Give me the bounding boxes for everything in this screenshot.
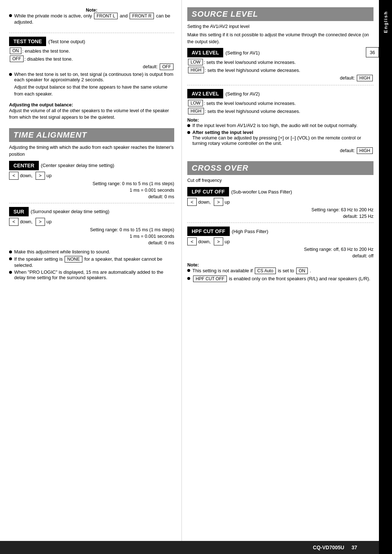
bullet-icon — [9, 73, 12, 76]
model-number: CQ-VD7005U — [313, 545, 344, 550]
cross-over-header: CROSS OVER — [187, 161, 373, 175]
cross-note-label: Note: — [187, 262, 199, 268]
cross-note1-text: This setting is not available if CS Auto… — [192, 268, 311, 274]
bullet-icon — [187, 269, 190, 272]
on-label: ON — [10, 48, 21, 54]
on-desc: : enables the test tone. — [22, 48, 70, 54]
hpf-up-label: up — [225, 239, 230, 244]
sur-row: SUR (Surround speaker delay time setting… — [9, 207, 174, 216]
hpf-label: HPF CUT OFF — [187, 227, 230, 236]
adj-balance-text: Adjust the volume of all of the other sp… — [9, 107, 174, 121]
ta-note2-text: If the speaker setting is NONE for a spe… — [14, 256, 174, 268]
source-note-label: Note: — [187, 118, 199, 123]
bullet-icon — [187, 277, 190, 280]
hpf-up-arrow[interactable]: > — [214, 237, 223, 245]
bullet-icon — [187, 124, 190, 127]
source-level-notes: Note: If the input level from AV1/AV2 is… — [187, 117, 373, 146]
time-alignment-section: TIME ALIGNMENT Adjusting the timing with… — [9, 128, 174, 282]
on-row: ON : enables the test tone. — [9, 48, 174, 54]
ta-note1: Make this adjustment while listening to … — [9, 249, 174, 254]
av2-low-row: LOW : sets the level low/sound volume in… — [187, 100, 373, 106]
on-box: ON — [296, 268, 308, 274]
sur-desc: (Surround speaker delay time setting) — [31, 209, 110, 214]
center-down-label: down, — [20, 173, 33, 178]
test-note2-indent: Adjust the output balance so that the to… — [14, 84, 174, 99]
hpf-desc: (High Pass Filter) — [232, 229, 268, 234]
front-l-box: FRONT L — [94, 13, 118, 19]
lpf-arrows: < down, > up — [187, 198, 373, 206]
sur-down-arrow[interactable]: < — [9, 218, 19, 226]
source-note2: After setting the input level The volume… — [187, 130, 373, 146]
center-down-arrow[interactable]: < — [9, 172, 19, 180]
hpf-down-label: down, — [198, 239, 211, 244]
center-up-label: up — [46, 173, 52, 178]
test-note1-text: When the test tone is set to on, test si… — [14, 72, 174, 82]
cross-over-notes: Note: This setting is not available if C… — [187, 262, 373, 282]
source-note1: If the input level from AV1/AV2 is too h… — [187, 123, 373, 128]
right-tab: English — [379, 0, 392, 554]
sur-up-arrow[interactable]: > — [36, 218, 45, 226]
center-step: 1 ms = 0.001 seconds — [9, 188, 174, 193]
hpf-default: default: off — [187, 253, 373, 258]
test-tone-default-value: OFF — [160, 64, 173, 70]
lpf-up-arrow[interactable]: > — [214, 198, 223, 206]
bullet-icon — [187, 131, 190, 134]
top-note-label: Note: — [86, 8, 98, 13]
av1-default-value: HIGH — [357, 75, 373, 81]
source-level-header: SOURCE LEVEL — [187, 7, 373, 21]
divider-lpf-hpf — [187, 223, 373, 223]
none-label-box: NONE — [65, 256, 82, 262]
front-r-box: FRONT R — [130, 13, 154, 19]
center-desc: (Center speaker delay time setting) — [41, 163, 114, 168]
av1-high-row: HIGH : sets the level high/sound volume … — [187, 67, 373, 73]
av1-high-label: HIGH — [188, 67, 204, 73]
hpf-down-arrow[interactable]: < — [187, 237, 197, 245]
av1-block: AV1 LEVEL (Setting for AV1) LOW : sets t… — [187, 48, 373, 81]
language-label: English — [383, 11, 388, 33]
main-content: Note: While the private mode is active, … — [0, 0, 379, 554]
sur-up-label: up — [46, 219, 52, 224]
page-number-right: 37 — [351, 545, 357, 550]
source-note2-bold: After setting the input level — [192, 130, 253, 135]
lpf-block: LPF CUT OFF (Sub-woofer Low Pass Filter)… — [187, 187, 373, 219]
off-label: OFF — [10, 56, 24, 62]
test-tone-desc: (Test tone output) — [48, 39, 85, 44]
page-number-box: 36 — [366, 47, 379, 57]
av2-label: AV2 LEVEL — [187, 89, 223, 98]
source-level-section: SOURCE LEVEL Setting the AV1/AV2 input l… — [187, 7, 373, 155]
bullet-icon — [9, 271, 12, 274]
top-note-bullet: While the private mode is active, only F… — [9, 13, 174, 25]
adj-balance-label: Adjusting the output balance: — [9, 102, 73, 107]
hpf-block: HPF CUT OFF (High Pass Filter) < down, >… — [187, 227, 373, 258]
lpf-row: LPF CUT OFF (Sub-woofer Low Pass Filter) — [187, 187, 373, 196]
test-tone-label: TEST TONE — [9, 37, 46, 46]
av1-low-row: LOW : sets the level low/sound volume in… — [187, 59, 373, 65]
av1-low-desc: : sets the level low/sound volume increa… — [204, 60, 296, 65]
bottom-bar: CQ-VD7005U 37 — [0, 541, 379, 554]
time-alignment-intro: Adjusting the timing with which the audi… — [9, 144, 174, 158]
bullet-icon — [9, 250, 12, 253]
source-level-intro: Setting the AV1/AV2 input level — [187, 23, 373, 30]
av2-block: AV2 LEVEL (Setting for AV2) LOW : sets t… — [187, 89, 373, 114]
cs-auto-box: CS Auto — [255, 268, 276, 274]
sur-label: SUR — [9, 207, 29, 216]
center-range: Setting range: 0 ms to 5 ms (1 ms steps) — [9, 181, 174, 186]
left-column: Note: While the private mode is active, … — [0, 0, 181, 554]
cross-note2: HPF CUT OFF is enabled only on the front… — [187, 276, 373, 282]
adj-balance-block: Adjusting the output balance: Adjust the… — [9, 102, 174, 123]
divider-2 — [9, 203, 174, 203]
source-note1-text: If the input level from AV1/AV2 is too h… — [192, 123, 358, 128]
av2-high-label: HIGH — [188, 108, 204, 114]
av2-low-label: LOW — [188, 100, 203, 106]
cross-note2-text: HPF CUT OFF is enabled only on the front… — [192, 276, 370, 282]
center-up-arrow[interactable]: > — [36, 172, 45, 180]
av1-high-desc: : sets the level high/sound volume decre… — [205, 68, 300, 73]
test-note1: When the test tone is set to on, test si… — [9, 72, 174, 82]
test-tone-row: TEST TONE (Test tone output) — [9, 37, 174, 46]
lpf-down-arrow[interactable]: < — [187, 198, 197, 206]
bullet-icon — [9, 257, 12, 260]
hpf-cut-off-box: HPF CUT OFF — [193, 276, 227, 282]
ta-note3: When "PRO LOGIC" is displayed, 15 ms are… — [9, 269, 174, 280]
divider-av — [187, 85, 373, 85]
top-note-block: Note: While the private mode is active, … — [9, 7, 174, 26]
